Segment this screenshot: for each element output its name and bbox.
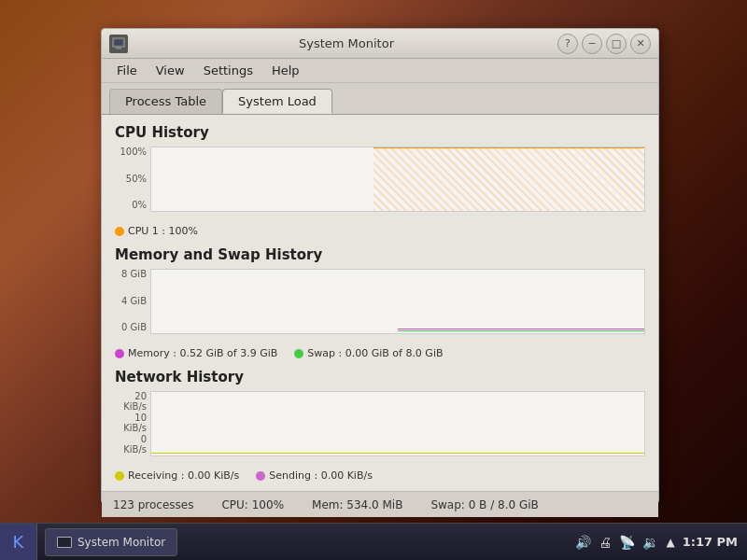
network-chart-container: 20 KiB/s 10 KiB/s 0 KiB/s bbox=[115, 391, 645, 456]
taskbar-app-label: System Monitor bbox=[78, 536, 165, 549]
printer-icon: 🖨 bbox=[599, 535, 612, 550]
tabs: Process Table System Load bbox=[102, 83, 658, 114]
sending-legend-item: Sending : 0.00 KiB/s bbox=[256, 469, 373, 482]
cpu-legend: CPU 1 : 100% bbox=[115, 225, 645, 237]
sending-dot bbox=[256, 471, 265, 481]
cpu-dot bbox=[115, 227, 124, 236]
status-cpu: CPU: 100% bbox=[221, 498, 284, 511]
memory-chart-container: 8 GiB 4 GiB 0 GiB bbox=[115, 269, 645, 334]
minimize-button[interactable]: − bbox=[582, 34, 602, 54]
cpu-chart-labels: 100% 50% 0% bbox=[115, 147, 150, 212]
titlebar: System Monitor ? − □ ✕ bbox=[102, 29, 658, 59]
status-swap: Swap: 0 B / 8.0 GiB bbox=[430, 498, 538, 511]
menubar: File View Settings Help bbox=[102, 59, 658, 83]
monitor-icon bbox=[57, 537, 72, 548]
memory-dot bbox=[115, 349, 124, 358]
net-label-0: 0 KiB/s bbox=[115, 434, 147, 455]
memory-chart-labels: 8 GiB 4 GiB 0 GiB bbox=[115, 269, 150, 334]
cpu-legend-label: CPU 1 : 100% bbox=[128, 225, 198, 237]
cpu-section: CPU History 100% 50% 0% CPU 1 : 100% bbox=[115, 124, 645, 237]
menu-settings[interactable]: Settings bbox=[196, 62, 261, 79]
help-button[interactable]: ? bbox=[557, 34, 578, 54]
memory-legend-item: Memory : 0.52 GiB of 3.9 GiB bbox=[115, 347, 277, 359]
network-chart-labels: 20 KiB/s 10 KiB/s 0 KiB/s bbox=[115, 391, 150, 456]
memory-chart bbox=[150, 269, 645, 334]
sending-legend-label: Sending : 0.00 KiB/s bbox=[269, 469, 373, 482]
net-label-10: 10 KiB/s bbox=[115, 413, 147, 433]
network-section: Network History 20 KiB/s 10 KiB/s 0 KiB/… bbox=[115, 369, 645, 482]
memory-legend: Memory : 0.52 GiB of 3.9 GiB Swap : 0.00… bbox=[115, 347, 645, 359]
status-processes: 123 processes bbox=[113, 498, 193, 511]
network-title: Network History bbox=[115, 369, 645, 385]
receiving-dot bbox=[115, 471, 124, 481]
menu-file[interactable]: File bbox=[109, 62, 145, 79]
network-chart bbox=[150, 391, 645, 456]
window-title: System Monitor bbox=[135, 36, 557, 50]
volume-icon: 🔊 bbox=[575, 535, 591, 550]
receiving-legend-item: Receiving : 0.00 KiB/s bbox=[115, 469, 239, 482]
cpu-label-100: 100% bbox=[115, 147, 147, 157]
tab-process-table[interactable]: Process Table bbox=[109, 89, 222, 114]
main-content: CPU History 100% 50% 0% CPU 1 : 100% bbox=[102, 114, 658, 491]
mem-label-8: 8 GiB bbox=[115, 269, 147, 279]
memory-legend-label: Memory : 0.52 GiB of 3.9 GiB bbox=[128, 347, 277, 359]
window-icon bbox=[109, 35, 128, 53]
network-legend: Receiving : 0.00 KiB/s Sending : 0.00 Ki… bbox=[115, 469, 645, 482]
desktop: System Monitor ? − □ ✕ File View Setting… bbox=[0, 0, 747, 560]
net-label-20: 20 KiB/s bbox=[115, 391, 147, 412]
cpu-label-50: 50% bbox=[115, 174, 147, 184]
up-arrow-icon: ▲ bbox=[666, 536, 674, 549]
audio-icon: 🔉 bbox=[642, 535, 658, 550]
statusbar: 123 processes CPU: 100% Mem: 534.0 MiB S… bbox=[102, 491, 658, 517]
swap-dot bbox=[294, 349, 303, 358]
close-button[interactable]: ✕ bbox=[630, 34, 651, 54]
cpu-label-0: 0% bbox=[115, 200, 147, 210]
status-mem: Mem: 534.0 MiB bbox=[312, 498, 402, 511]
mem-label-4: 4 GiB bbox=[115, 296, 147, 306]
titlebar-buttons: ? − □ ✕ bbox=[557, 34, 651, 54]
cpu-chart-container: 100% 50% 0% bbox=[115, 147, 645, 212]
svg-rect-3 bbox=[116, 48, 121, 49]
menu-view[interactable]: View bbox=[148, 62, 192, 79]
cpu-fill bbox=[374, 147, 644, 211]
mem-label-0: 0 GiB bbox=[115, 322, 147, 332]
taskbar: K System Monitor 🔊 🖨 📡 🔉 ▲ 1:17 PM bbox=[0, 523, 747, 560]
svg-rect-1 bbox=[115, 40, 122, 45]
clock: 1:17 PM bbox=[683, 535, 738, 549]
memory-section: Memory and Swap History 8 GiB 4 GiB 0 Gi… bbox=[115, 246, 645, 359]
cpu-title: CPU History bbox=[115, 124, 645, 141]
memory-title: Memory and Swap History bbox=[115, 246, 645, 263]
start-button[interactable]: K bbox=[0, 524, 37, 561]
cpu-legend-item-1: CPU 1 : 100% bbox=[115, 225, 198, 237]
system-monitor-window: System Monitor ? − □ ✕ File View Setting… bbox=[101, 28, 659, 504]
maximize-button[interactable]: □ bbox=[606, 34, 627, 54]
receiving-legend-label: Receiving : 0.00 KiB/s bbox=[128, 469, 239, 482]
swap-legend-label: Swap : 0.00 GiB of 8.0 GiB bbox=[307, 347, 443, 359]
network-icon: 📡 bbox=[619, 535, 635, 550]
cpu-chart bbox=[150, 147, 645, 212]
taskbar-app-button[interactable]: System Monitor bbox=[45, 528, 177, 556]
menu-help[interactable]: Help bbox=[264, 62, 307, 79]
swap-legend-item: Swap : 0.00 GiB of 8.0 GiB bbox=[294, 347, 443, 359]
swap-line bbox=[398, 330, 644, 332]
network-recv-line bbox=[151, 453, 644, 455]
taskbar-right: 🔊 🖨 📡 🔉 ▲ 1:17 PM bbox=[575, 535, 747, 550]
kde-logo-icon: K bbox=[13, 532, 24, 552]
tab-system-load[interactable]: System Load bbox=[222, 89, 332, 114]
